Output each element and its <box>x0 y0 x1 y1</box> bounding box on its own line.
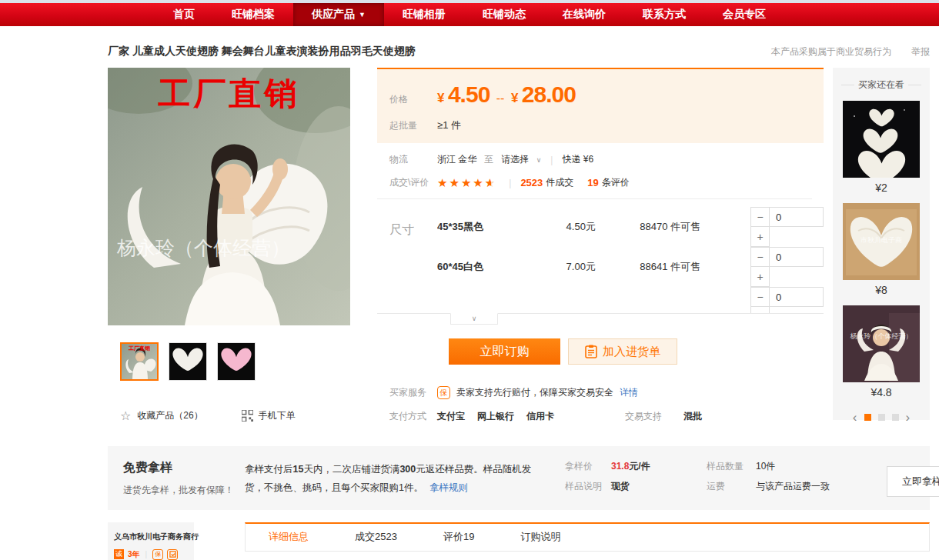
sample-desc-text: 拿样支付后 <box>245 464 293 475</box>
express-fee: 快递 ¥6 <box>562 153 593 166</box>
plus-button[interactable]: + <box>750 227 770 247</box>
sample-price-label: 拿样价 <box>565 460 607 473</box>
sample-price-number: 31.8 <box>611 461 629 472</box>
clipboard-icon <box>585 345 597 358</box>
trade-support-value: 混批 <box>683 410 702 423</box>
related-product-image <box>843 101 920 178</box>
sample-desc-text: 天内，二次店铺进货满 <box>303 464 399 475</box>
seller-box: 义乌市秋川电子商务商行 诚 3年 | 保 <box>108 522 194 560</box>
price-range: ¥ 4.50 -- ¥ 28.00 <box>437 82 576 108</box>
triple-wings-illustration <box>843 101 920 178</box>
image-watermark: 杨永玲（个体经营） <box>843 332 920 342</box>
related-product-image: 市秋川电子商 <box>843 203 920 280</box>
payment-method-bank[interactable]: 网上银行 <box>477 410 514 423</box>
star-icon: ★ <box>461 177 473 188</box>
get-sample-button[interactable]: 立即拿样 <box>887 466 939 497</box>
favorite-label[interactable]: 收藏产品（26） <box>137 409 202 422</box>
action-buttons: 立即订购 加入进货单 <box>449 338 824 365</box>
nav-item-contact[interactable]: 联系方式 <box>624 3 704 26</box>
add-to-cart-button[interactable]: 加入进货单 <box>568 338 677 365</box>
destination-value: 请选择 <box>501 154 529 165</box>
nav-item-shop-album[interactable]: 旺铺相册 <box>384 3 464 26</box>
destination-select[interactable]: 请选择 ∨ <box>501 153 541 166</box>
nav-item-products[interactable]: 供应产品 ▼ <box>293 3 384 26</box>
thumb-overlay-text: 工厂直销 <box>122 345 157 352</box>
sample-rules-link[interactable]: 拿样规则 <box>429 482 468 493</box>
tab-deals[interactable]: 成交2523 <box>355 530 397 544</box>
reviews-count[interactable]: 19 <box>587 177 598 188</box>
reviews-suffix: 条评价 <box>602 176 630 189</box>
currency-symbol: ¥ <box>511 91 518 105</box>
product-gallery: 工厂直销 杨永玲（个体经营） 工厂直销 <box>108 68 350 423</box>
tab-reviews[interactable]: 评价19 <box>443 530 474 544</box>
sku-name: 45*35黑色 <box>437 220 566 234</box>
thumbnail-white-wings[interactable] <box>169 342 207 381</box>
minus-button[interactable]: − <box>750 287 770 307</box>
logistics-to: 至 <box>484 153 493 166</box>
guarantee-detail-link[interactable]: 详情 <box>620 386 638 399</box>
also-viewing-sidebar: 买家还在看 ¥2 <box>833 68 930 420</box>
thumbnail-pink-wings[interactable] <box>217 342 256 381</box>
quantity-input[interactable] <box>770 247 824 267</box>
related-product-card[interactable]: 杨永玲（个体经营） ¥4.8 <box>833 305 930 398</box>
tab-detail-info[interactable]: 详细信息 <box>269 530 309 544</box>
angel-girl-illustration <box>843 305 920 382</box>
price-panel: 价格 ¥ 4.50 -- ¥ 28.00 起批量 ≥1 件 <box>377 68 824 143</box>
star-rating[interactable]: ★★★★★★ <box>437 177 496 188</box>
tab-order-notes[interactable]: 订购说明 <box>520 530 560 544</box>
star-icon: ★ <box>437 177 449 188</box>
white-wings-icon <box>169 343 206 380</box>
pager-dot-active[interactable] <box>864 414 871 421</box>
plus-button[interactable]: + <box>750 267 770 287</box>
price-label: 价格 <box>377 93 437 106</box>
title-row: 厂家 儿童成人天使翅膀 舞会舞台儿童表演装扮用品羽毛天使翅膀 本产品采购属于商业… <box>108 45 930 58</box>
sample-title: 免费拿样 <box>123 460 245 476</box>
seller-watermark-text: 杨永玲（个体经营） <box>117 235 290 261</box>
sidebar-title: 买家还在看 <box>837 78 925 92</box>
minus-button[interactable]: − <box>750 207 770 227</box>
pager-next-icon[interactable]: › <box>906 411 911 424</box>
divider: | <box>145 550 148 558</box>
thumbnail-model[interactable]: 工厂直销 <box>120 342 159 381</box>
sku-price: 7.00元 <box>566 260 640 274</box>
nav-item-products-label: 供应产品 <box>312 8 355 22</box>
report-link[interactable]: 举报 <box>911 45 930 58</box>
expand-sku-button[interactable]: ∨ <box>450 313 498 325</box>
favorite-star-icon[interactable]: ☆ <box>120 408 131 423</box>
deals-suffix: 件成交 <box>546 176 573 189</box>
pager-dot[interactable] <box>878 414 885 421</box>
trade-support-label: 交易支持 <box>625 410 662 423</box>
deals-count[interactable]: 2523 <box>520 177 543 188</box>
related-product-image: 杨永玲（个体经营） <box>843 305 920 382</box>
related-product-card[interactable]: ¥2 <box>833 101 930 194</box>
related-product-card[interactable]: 市秋川电子商 ¥8 <box>833 203 930 296</box>
quantity-input[interactable] <box>770 287 824 307</box>
qr-code-icon <box>242 410 253 422</box>
guarantee-badge-icon: 保 <box>437 386 450 399</box>
sku-label: 尺寸 <box>377 207 437 313</box>
footer-row: 义乌市秋川电子商务商行 诚 3年 | 保 详细信息 成交2523 评价19 订购… <box>108 522 930 560</box>
logistics-row: 物流 浙江 金华 至 请选择 ∨ | 快递 ¥6 <box>377 153 824 166</box>
related-product-price: ¥4.8 <box>833 386 930 398</box>
mobile-order[interactable]: 手机下单 <box>242 409 296 422</box>
nav-item-shop-profile[interactable]: 旺铺档案 <box>213 3 293 26</box>
factory-direct-overlay-text: 工厂直销 <box>108 72 350 115</box>
section-divider <box>377 198 812 199</box>
nav-item-home[interactable]: 首页 <box>155 3 213 26</box>
nav-item-shop-news[interactable]: 旺铺动态 <box>464 3 544 26</box>
payment-method-card[interactable]: 信用卡 <box>526 410 554 423</box>
pager-dot[interactable] <box>892 414 899 421</box>
chevron-down-icon: ∨ <box>536 156 542 164</box>
order-now-button[interactable]: 立即订购 <box>449 338 560 365</box>
guarantee-text: 卖家支持先行赔付，保障买家交易安全 <box>456 386 613 399</box>
sku-stock: 88641 件可售 <box>640 260 750 274</box>
seller-name[interactable]: 义乌市秋川电子商务商行 <box>114 532 188 542</box>
payment-method-alipay[interactable]: 支付宝 <box>437 410 465 423</box>
nav-item-inquiry[interactable]: 在线询价 <box>544 3 624 26</box>
plus-button[interactable]: + <box>750 307 770 313</box>
minus-button[interactable]: − <box>750 247 770 267</box>
nav-item-member-zone[interactable]: 会员专区 <box>704 3 784 26</box>
product-main-image[interactable]: 工厂直销 杨永玲（个体经营） <box>108 68 350 325</box>
quantity-input[interactable] <box>770 207 824 227</box>
pager-prev-icon[interactable]: ‹ <box>853 411 857 424</box>
